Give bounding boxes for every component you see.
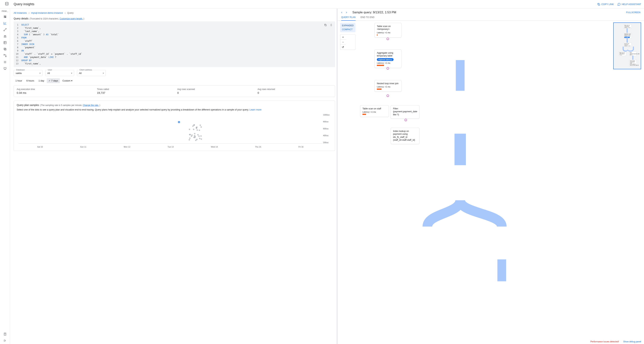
mode-compact[interactable]: COMPACT [340, 28, 356, 32]
plan-canvas[interactable]: Table scan on <temporary>Latency: <1 msA… [338, 21, 644, 344]
plan-mode-toggle: EXPANDED COMPACT [340, 23, 356, 32]
query-plan-samples-card: Query plan samples (The sampling rate is… [14, 101, 335, 151]
nav-item-replicas[interactable] [2, 53, 9, 59]
y-tick-label: 1000us [323, 114, 332, 116]
plan-node[interactable]: Aggregate using temporary tableHighest l… [374, 50, 402, 68]
nav-section-label: PRIM... [0, 10, 10, 12]
time-range-selector: 1 hour6 hours1 day✓ 7 days Custom ▾ [14, 78, 335, 83]
stat-avg-exec-value: 0.34 ms [17, 91, 91, 94]
zoom-reset-button[interactable]: ↺ [340, 45, 346, 50]
sample-dot[interactable] [190, 134, 191, 135]
svg-rect-11 [4, 48, 6, 50]
sample-dot[interactable] [194, 137, 196, 138]
time-range-option[interactable]: 1 hour [14, 78, 24, 83]
plan-node[interactable]: Index lookup on payment using idx_fk_sta… [391, 128, 420, 144]
sample-query-title: Sample query: 9/13/22, 1:53 PM [352, 11, 396, 14]
sample-dot[interactable] [199, 130, 200, 131]
sample-dot[interactable] [198, 136, 200, 137]
svg-rect-8 [4, 41, 6, 44]
tab-query-plan[interactable]: QUERY PLAN [341, 16, 356, 21]
nav-item-insights[interactable] [2, 20, 9, 26]
next-sample-button[interactable]: › [346, 11, 347, 14]
code-line: 11 AND `payment_date` LIKE ? [16, 56, 333, 59]
breadcrumb-instance[interactable]: mysql-instance-demo-instance [31, 12, 63, 14]
stat-times-called-label: Times called [97, 88, 171, 91]
client-address-select[interactable]: Client address All [77, 70, 106, 76]
product-logo[interactable] [3, 2, 11, 7]
sample-dot[interactable] [194, 135, 195, 137]
code-line: 3 `last_name`, [16, 30, 333, 33]
samples-chart[interactable]: 1000us800us600us400us200us Sat 10Sun 11M… [17, 114, 332, 148]
plan-minimap[interactable]: Table scan on <temporary> Latency: <1 ms… [613, 23, 641, 69]
time-range-option[interactable]: ✓ 7 days [47, 78, 60, 83]
prev-sample-button[interactable]: ‹ [341, 11, 342, 14]
help-assistant-button[interactable]: HELP ASSISTANT [618, 3, 641, 6]
zoom-out-button[interactable]: − [340, 40, 346, 45]
user-select[interactable]: User All [45, 70, 74, 76]
plan-node[interactable]: Nested loop inner joinLatency: <1 ms [374, 80, 402, 92]
minimap-node: Table scan on staff Latency: <1 ms [619, 52, 626, 56]
plan-node[interactable]: Table scan on staffLatency: <1 ms [360, 105, 389, 117]
breadcrumb-current: Query [67, 12, 74, 14]
learn-more-link[interactable]: Learn more [250, 108, 262, 111]
tab-end-to-end[interactable]: END TO END [361, 16, 374, 21]
copy-sql-button[interactable] [323, 23, 328, 27]
mode-expanded[interactable]: EXPANDED [340, 24, 356, 28]
show-debug-panel-link[interactable]: Show debug panel [623, 340, 641, 343]
nav-item-operations[interactable] [2, 59, 9, 65]
zoom-in-button[interactable]: + [340, 35, 346, 40]
sample-dot[interactable] [196, 127, 197, 128]
sample-dot[interactable] [201, 138, 202, 140]
y-tick-label: 200us [323, 141, 332, 144]
sample-dot[interactable] [195, 140, 196, 141]
change-rate-link[interactable]: Change the rate. [83, 104, 99, 107]
sample-dot[interactable] [189, 137, 190, 139]
x-tick-label: Sun 11 [80, 146, 86, 148]
time-range-custom[interactable]: Custom ▾ [60, 78, 74, 83]
sample-dot[interactable] [200, 126, 202, 128]
sample-dot[interactable] [189, 129, 190, 130]
sample-dot[interactable] [194, 133, 196, 134]
svg-point-7 [5, 35, 6, 36]
chevron-right-icon: › [28, 12, 29, 14]
time-range-option[interactable]: 1 day [37, 78, 46, 83]
minimap-node: Table scan on <temporary> Latency: <1 ms [624, 24, 632, 29]
sample-dot[interactable] [193, 129, 194, 130]
nav-item-overview[interactable] [2, 14, 9, 20]
x-tick-label: Tue 13 [168, 146, 174, 148]
nav-item-databases[interactable] [2, 40, 9, 46]
svg-rect-2 [4, 16, 5, 17]
nav-item-settings[interactable] [2, 66, 9, 72]
minimap-node: Nested loop inner join Latency: <1 ms [624, 43, 632, 47]
sample-dot[interactable] [197, 134, 199, 136]
sample-dot[interactable] [200, 135, 202, 137]
nav-item-connections[interactable] [2, 27, 9, 33]
performance-warning: Performance issues detected! [590, 340, 619, 343]
fullscreen-button[interactable]: FULLSCREEN [626, 11, 640, 14]
sample-dot[interactable] [191, 136, 192, 137]
y-tick-label: 800us [323, 121, 332, 123]
svg-point-0 [6, 2, 8, 3]
plan-node[interactable]: Table scan on <temporary>Latency: <1 ms [374, 23, 402, 38]
copy-link-button[interactable]: COPY LINK [597, 3, 614, 6]
code-line: 8 `payment` [16, 46, 333, 49]
nav-item-backups[interactable] [2, 46, 9, 52]
code-line: 2 `first_name`, [16, 27, 333, 30]
query-details-title: Query details [14, 17, 28, 20]
sample-dot-selected[interactable] [178, 121, 180, 123]
sample-dot[interactable] [199, 138, 200, 139]
plan-node[interactable]: Filter: (payment.payment_date like ?) [391, 105, 420, 119]
nav-item-users[interactable] [2, 33, 9, 39]
sample-dot[interactable] [193, 125, 195, 126]
breadcrumb-all-instances[interactable]: All instances [14, 12, 27, 14]
nav-collapse[interactable] [2, 337, 9, 344]
nav-item-docs[interactable] [2, 331, 9, 337]
customize-query-length-link[interactable]: Customize query length. [60, 18, 83, 20]
sample-dot[interactable] [200, 125, 201, 126]
database-select[interactable]: Database sakila [14, 70, 42, 76]
sample-dot[interactable] [196, 129, 198, 131]
sample-dot[interactable] [188, 139, 190, 141]
svg-rect-12 [4, 49, 6, 50]
time-range-option[interactable]: 6 hours [25, 78, 36, 83]
collapse-sql-button[interactable] [329, 23, 333, 27]
